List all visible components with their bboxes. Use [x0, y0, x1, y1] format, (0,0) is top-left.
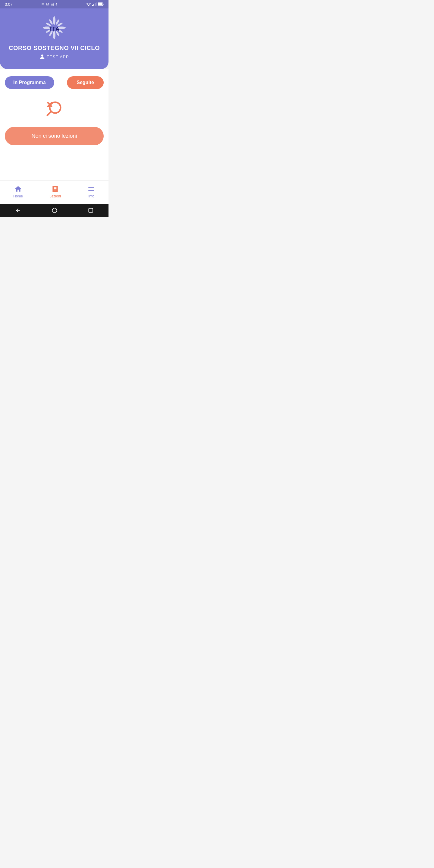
- home-label: Home: [13, 194, 23, 198]
- status-right-icons: [86, 2, 104, 6]
- svg-point-7: [53, 16, 56, 25]
- status-left-icons: M M ▤ ꙅ: [41, 2, 57, 6]
- clipboard-icon: ▤: [51, 2, 54, 6]
- svg-line-21: [47, 112, 51, 116]
- home-button[interactable]: [52, 207, 58, 213]
- svg-point-25: [52, 208, 57, 213]
- user-icon: [39, 54, 45, 59]
- course-title: CORSO SOSTEGNO VII CICLO: [9, 44, 100, 52]
- s-icon: ꙅ: [56, 2, 57, 6]
- status-time: 3:07: [5, 2, 12, 7]
- svg-text:TFA: TFA: [49, 26, 59, 32]
- svg-rect-2: [95, 3, 96, 6]
- nav-info[interactable]: Info: [83, 184, 100, 199]
- svg-point-13: [53, 31, 56, 39]
- wifi-icon: [86, 2, 91, 6]
- svg-rect-26: [89, 208, 93, 213]
- no-results-icon-container: [5, 98, 104, 120]
- svg-rect-24: [54, 186, 56, 187]
- battery-icon: [98, 2, 104, 6]
- bottom-nav: Home Lezioni Info: [0, 181, 108, 204]
- nav-lezioni[interactable]: Lezioni: [44, 184, 66, 199]
- seguite-button[interactable]: Seguite: [67, 76, 104, 89]
- recents-button[interactable]: [88, 208, 93, 213]
- main-content: In Programma Seguite Non ci sono lezioni: [0, 69, 108, 181]
- home-icon: [14, 185, 22, 193]
- info-icon: [87, 185, 95, 193]
- in-programma-button[interactable]: In Programma: [5, 76, 54, 89]
- tfa-logo: TFA: [42, 16, 66, 40]
- lezioni-icon: [51, 185, 59, 193]
- svg-rect-1: [93, 4, 94, 6]
- svg-rect-3: [96, 2, 96, 6]
- svg-rect-5: [103, 4, 104, 5]
- no-results-search-icon: [44, 98, 65, 120]
- no-lessons-button: Non ci sono lezioni: [5, 127, 104, 145]
- status-bar: 3:07 M M ▤ ꙅ: [0, 0, 108, 8]
- android-nav-bar: [0, 204, 108, 217]
- signal-icon: [92, 2, 96, 6]
- lezioni-label: Lezioni: [50, 194, 61, 198]
- mail-icon-1: M: [41, 2, 44, 6]
- mail-icon-2: M: [46, 2, 49, 6]
- header: TFA CORSO SOSTEGNO VII CICLO TEST APP: [0, 8, 108, 69]
- user-name: TEST APP: [47, 55, 69, 59]
- user-row: TEST APP: [39, 54, 69, 59]
- nav-home[interactable]: Home: [8, 184, 28, 199]
- back-button[interactable]: [15, 207, 21, 213]
- svg-rect-6: [98, 3, 102, 5]
- svg-rect-0: [92, 5, 93, 6]
- info-label: Info: [88, 194, 94, 198]
- logo-container: TFA: [42, 16, 66, 40]
- filter-row: In Programma Seguite: [5, 76, 104, 89]
